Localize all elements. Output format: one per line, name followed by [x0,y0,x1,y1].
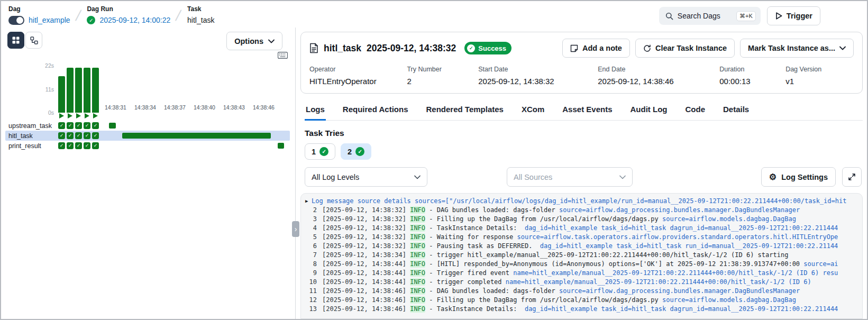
log-header-line[interactable]: ▶Log message source details sources=["/u… [304,197,859,206]
refresh-icon [643,44,651,52]
clear-task-instance-button[interactable]: Clear Task Instance [635,39,735,58]
task-instance-success-square[interactable]: ✓ [75,132,82,139]
task-name: print_result [8,142,41,150]
log-settings-button[interactable]: ⚙ Log Settings [761,167,836,187]
log-link[interactable]: source=airflow.task.operators.airflow.pr… [517,233,838,241]
grid-task-row-upstream-task[interactable]: upstream_task✓✓✓✓✓ [5,121,290,131]
manual-run-icon[interactable] [59,113,64,118]
breadcrumb-separator: / [74,3,84,24]
task-instance-title: hitl_task 2025-09-12, 14:38:32 [324,43,456,54]
try-number: 2 [348,148,352,156]
task-instance-success-square[interactable]: ✓ [58,142,65,149]
grid-task-row-print-result[interactable]: print_result✓✓✓✓✓ [5,141,290,151]
run-duration-bar[interactable] [67,68,74,113]
log-line: 3[2025-09-12, 14:38:32] INFO - Filling u… [304,215,859,224]
run-duration-bar[interactable] [84,68,90,113]
success-check-icon: ✓ [467,44,475,52]
add-note-button[interactable]: Add a note [562,39,630,58]
log-timestamp: [2025-09-12, 14:38:34] [322,251,410,259]
chevron-right-icon: › [295,225,297,233]
tab-audit-log[interactable]: Audit Log [629,100,668,121]
dagrun-link[interactable]: 2025-09-12, 14:00:22 [99,16,170,24]
chevron-down-icon [839,46,846,50]
panel-collapse-handle[interactable]: › [292,221,299,237]
task-label: Task [187,5,214,13]
task-instance-meta: OperatorHITLEntryOperatorTry Number2Star… [309,66,854,86]
manual-run-icon[interactable] [93,113,98,118]
expand-triangle-icon[interactable]: ▶ [304,197,312,206]
log-line-content: [2025-09-12, 14:38:32] INFO - Filling up… [322,215,859,224]
tab-required-actions[interactable]: Required Actions [342,100,409,121]
gantt-bar[interactable] [109,123,116,129]
tab-details[interactable]: Details [722,100,750,121]
dag-pause-toggle[interactable] [8,16,24,25]
run-duration-bar[interactable] [92,68,99,113]
time-tick-label: 14:38:31 [105,104,126,111]
tab-asset-events[interactable]: Asset Events [561,100,613,121]
tab-xcom[interactable]: XCom [520,100,545,121]
task-instance-success-square[interactable]: ✓ [92,132,99,139]
log-line-number: 7 [304,251,317,260]
log-line: 10[2025-09-12, 14:38:44] INFO - trigger … [304,278,859,287]
log-link[interactable]: name=hitl_example/manual__2025-09-12T21:… [506,278,811,286]
manual-run-icon[interactable] [68,113,72,118]
log-link[interactable]: source=airflow.models.dagbag.DagBag [662,296,796,304]
task-instance-success-square[interactable]: ✓ [84,122,90,129]
log-link[interactable]: dag_id=hitl_example task_id=hitl_task da… [525,224,838,232]
log-link[interactable]: dag_id=hitl_example task_id=hitl_task ru… [540,242,838,250]
task-instance-success-square[interactable]: ✓ [58,132,65,139]
task-instance-success-square[interactable]: ✓ [84,142,90,149]
task-try-2[interactable]: 2✓ [341,143,371,160]
log-level-info: INFO [410,215,425,223]
log-line-content: [2025-09-12, 14:38:32] INFO - Waiting fo… [322,233,859,242]
log-link[interactable]: source=airflow.dag_processing.bundles.ma… [559,287,800,295]
expand-icon [848,173,856,181]
log-line-content: [2025-09-12, 14:38:32] INFO - Pausing ta… [322,242,859,251]
tab-code[interactable]: Code [684,100,706,121]
log-link[interactable]: source=ai [803,260,838,268]
run-duration-bar[interactable] [58,76,65,113]
mark-task-instance-as-button[interactable]: Mark Task Instance as... [740,39,854,58]
grid-task-row-hitl-task[interactable]: hitl_task✓✓✓✓✓ [5,131,290,141]
expand-logs-button[interactable] [842,167,862,187]
task-instance-success-square[interactable]: ✓ [75,122,82,129]
task-name: hitl_task [8,132,33,140]
tab-logs[interactable]: Logs [305,100,326,121]
task-instance-success-square[interactable]: ✓ [58,122,65,129]
log-link[interactable]: source=airflow.dag_processing.bundles.ma… [559,206,800,214]
log-text: - DAG bundles loaded: dags-folder [425,287,559,295]
log-line: 11[2025-09-12, 14:38:46] INFO - DAG bund… [304,287,859,296]
gantt-bar[interactable] [122,133,271,139]
task-instance-success-square[interactable]: ✓ [92,122,99,129]
manual-run-icon[interactable] [76,113,81,118]
log-link[interactable]: source=airflow.models.dagbag.DagBag [662,215,796,223]
time-tick-label: 14:38:46 [253,104,275,111]
log-viewer[interactable]: ▶Log message source details sources=["/u… [300,193,863,319]
task-instance-success-square[interactable]: ✓ [67,122,74,129]
log-link[interactable]: name=hitl_example/manual__2025-09-12T21:… [513,269,838,277]
log-sources-select[interactable]: All Sources [507,167,633,187]
task-instance-success-square[interactable]: ✓ [67,132,74,139]
tab-rendered-templates[interactable]: Rendered Templates [425,100,504,121]
task-try-1[interactable]: 1✓ [305,143,335,160]
trigger-button[interactable]: Trigger [767,6,820,25]
task-name: upstream_task [8,122,52,130]
log-levels-select[interactable]: All Log Levels [305,167,427,187]
run-duration-bar[interactable] [75,68,82,113]
dag-link[interactable]: hitl_example [29,16,70,24]
log-link[interactable]: dag_id=hitl_example task_id=hitl_task da… [525,305,838,313]
play-icon [775,12,782,20]
log-line-content: [2025-09-12, 14:38:46] INFO - DAG bundle… [322,287,859,296]
task-instance-success-square[interactable]: ✓ [75,142,82,149]
task-instance-success-square[interactable]: ✓ [84,132,90,139]
log-timestamp: [2025-09-12, 14:38:46] [322,305,410,313]
log-line: 4[2025-09-12, 14:38:32] INFO - TaskInsta… [304,224,859,233]
task-instance-success-square[interactable]: ✓ [92,142,99,149]
log-timestamp: [2025-09-12, 14:38:46] [322,296,410,304]
search-dags-button[interactable]: Search Dags ⌘+K [659,7,761,25]
log-level-info: INFO [410,287,425,295]
task-instance-success-square[interactable]: ✓ [67,142,74,149]
manual-run-icon[interactable] [85,113,89,118]
gantt-bar[interactable] [278,143,284,149]
meta-start-date: Start Date2025-09-12, 14:38:32 [478,66,598,86]
